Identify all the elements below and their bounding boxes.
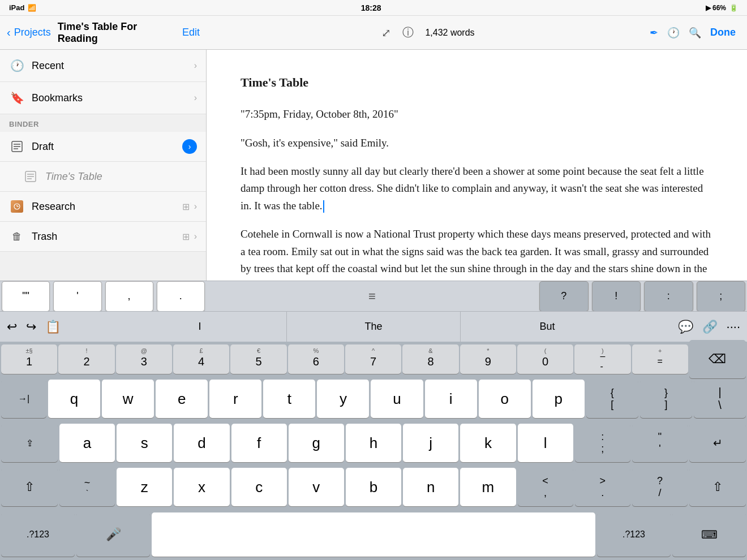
num-toggle-right[interactable]: .?123 bbox=[597, 512, 671, 557]
key-q[interactable]: q bbox=[48, 380, 100, 418]
key-d[interactable]: d bbox=[174, 424, 229, 462]
editor[interactable]: Time's Table "7:35pm, Friday, October 8t… bbox=[207, 50, 747, 281]
space-key[interactable] bbox=[152, 512, 595, 557]
pen-icon[interactable]: ✒ bbox=[650, 27, 658, 39]
key-l[interactable]: l bbox=[518, 424, 573, 462]
key-u[interactable]: u bbox=[371, 380, 423, 418]
link-icon[interactable]: 🔗 bbox=[702, 320, 718, 334]
return-key[interactable]: ↵ bbox=[689, 424, 746, 462]
key-quote[interactable]: " ' bbox=[632, 424, 688, 462]
times-table-icon bbox=[23, 169, 38, 184]
punct-key-period[interactable]: . bbox=[157, 281, 205, 312]
key-pipe[interactable]: | \ bbox=[694, 380, 746, 418]
punct-key-question[interactable]: ? bbox=[539, 281, 589, 312]
num-toggle-left[interactable]: .?123 bbox=[1, 512, 75, 557]
shift-right-key[interactable]: ⇧ bbox=[689, 468, 746, 506]
key-9[interactable]: *9 bbox=[460, 344, 516, 374]
keyboard-dismiss[interactable]: ⌨ bbox=[672, 512, 746, 557]
key-s[interactable]: s bbox=[117, 424, 172, 462]
caps-lock-key[interactable]: ⇪ bbox=[1, 424, 58, 462]
binder-header: BINDER bbox=[0, 114, 206, 132]
key-c[interactable]: c bbox=[231, 468, 287, 506]
sidebar-item-recent[interactable]: 🕐 Recent › bbox=[0, 50, 206, 82]
key-y[interactable]: y bbox=[317, 380, 369, 418]
key-row-1: →| q w e r t y u i o p { [ } ] | \ bbox=[0, 377, 747, 421]
projects-link[interactable]: Projects bbox=[14, 27, 51, 38]
key-p[interactable]: p bbox=[533, 380, 585, 418]
punct-key-colon[interactable]: : bbox=[644, 281, 693, 312]
key-dash[interactable]: )–- bbox=[574, 344, 630, 374]
mic-key[interactable]: 🎤 bbox=[76, 512, 150, 557]
key-5[interactable]: €5 bbox=[230, 344, 286, 374]
key-0[interactable]: (0 bbox=[517, 344, 573, 374]
binder-item-draft[interactable]: Draft › bbox=[0, 132, 206, 162]
binder-item-research[interactable]: Research ⊞ › bbox=[0, 192, 206, 222]
key-e[interactable]: e bbox=[156, 380, 208, 418]
clipboard-icon[interactable]: 📋 bbox=[45, 320, 61, 334]
key-a[interactable]: a bbox=[59, 424, 115, 462]
key-g[interactable]: g bbox=[289, 424, 344, 462]
key-n[interactable]: n bbox=[403, 468, 458, 506]
shift-left-key[interactable]: ⇧ bbox=[1, 468, 58, 506]
suggestion-but[interactable]: But bbox=[461, 312, 634, 342]
key-j[interactable]: j bbox=[403, 424, 458, 462]
punct-center: ≡ bbox=[207, 289, 538, 304]
punct-key-exclaim[interactable]: ! bbox=[592, 281, 641, 312]
more-icon[interactable]: ···· bbox=[727, 320, 740, 334]
key-f[interactable]: f bbox=[231, 424, 287, 462]
back-arrow-icon[interactable]: ‹ bbox=[7, 26, 11, 39]
delete-key[interactable]: ⌫ bbox=[689, 340, 746, 378]
key-w[interactable]: w bbox=[102, 380, 154, 418]
punct-key-quotes[interactable]: "" bbox=[2, 281, 50, 312]
draft-chevron-icon[interactable]: › bbox=[182, 139, 197, 154]
key-plus[interactable]: += bbox=[632, 344, 688, 374]
key-brace-open[interactable]: { [ bbox=[586, 380, 638, 418]
key-m[interactable]: m bbox=[460, 468, 516, 506]
key-r[interactable]: r bbox=[209, 380, 261, 418]
comment-icon[interactable]: 💬 bbox=[678, 320, 693, 334]
punct-key-semicolon[interactable]: ; bbox=[697, 281, 746, 312]
suggestion-i[interactable]: I bbox=[113, 312, 287, 342]
undo-icon[interactable]: ↩ bbox=[7, 320, 17, 334]
redo-icon[interactable]: ↪ bbox=[26, 320, 36, 334]
tab-key[interactable]: →| bbox=[1, 380, 46, 418]
edit-button[interactable]: Edit bbox=[182, 27, 200, 38]
key-7[interactable]: ^7 bbox=[345, 344, 401, 374]
sidebar-item-bookmarks[interactable]: 🔖 Bookmarks › bbox=[0, 82, 206, 114]
punct-key-apostrophe[interactable]: ' bbox=[53, 281, 101, 312]
key-1[interactable]: ±§1 bbox=[1, 344, 57, 374]
key-slash[interactable]: ? / bbox=[632, 468, 688, 506]
key-o[interactable]: o bbox=[479, 380, 531, 418]
suggestion-the[interactable]: The bbox=[287, 312, 461, 342]
times-table-label: Time's Table bbox=[45, 171, 197, 183]
punct-key-comma[interactable]: , bbox=[105, 281, 153, 312]
history-icon[interactable]: 🕐 bbox=[667, 27, 680, 39]
key-lt[interactable]: < , bbox=[518, 468, 573, 506]
key-t[interactable]: t bbox=[263, 380, 315, 418]
word-count: 1,432 words bbox=[425, 28, 474, 38]
key-8[interactable]: &8 bbox=[402, 344, 458, 374]
key-i[interactable]: i bbox=[425, 380, 477, 418]
info-icon[interactable]: ⓘ bbox=[402, 25, 414, 40]
key-z[interactable]: z bbox=[117, 468, 172, 506]
key-h[interactable]: h bbox=[346, 424, 401, 462]
key-brace-close[interactable]: } ] bbox=[640, 380, 692, 418]
key-semicolon[interactable]: : ; bbox=[575, 424, 630, 462]
key-k[interactable]: k bbox=[460, 424, 516, 462]
key-tilde[interactable]: ~ ` bbox=[59, 468, 115, 506]
binder-item-trash[interactable]: 🗑 Trash ⊞ › bbox=[0, 222, 206, 252]
key-4[interactable]: £4 bbox=[173, 344, 229, 374]
done-button[interactable]: Done bbox=[710, 27, 736, 38]
trash-label: Trash bbox=[32, 231, 182, 243]
key-3[interactable]: @3 bbox=[116, 344, 172, 374]
key-2[interactable]: !2 bbox=[58, 344, 114, 374]
key-b[interactable]: b bbox=[346, 468, 401, 506]
search-icon[interactable]: 🔍 bbox=[689, 27, 701, 39]
nav-center: ⤢ ⓘ 1,432 words bbox=[207, 25, 650, 40]
binder-item-times-table[interactable]: Time's Table bbox=[0, 162, 206, 192]
resize-icon[interactable]: ⤢ bbox=[381, 26, 391, 40]
key-v[interactable]: v bbox=[289, 468, 344, 506]
key-gt[interactable]: > . bbox=[575, 468, 630, 506]
key-6[interactable]: %6 bbox=[288, 344, 344, 374]
key-x[interactable]: x bbox=[174, 468, 229, 506]
